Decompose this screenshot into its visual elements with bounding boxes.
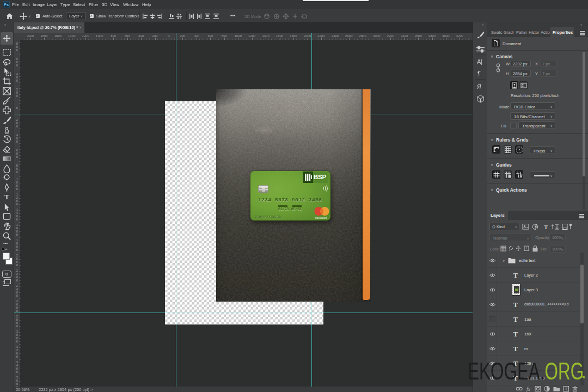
svg-text:fx: fx (526, 387, 531, 392)
svg-text:T: T (544, 224, 548, 230)
svg-text:mastercard: mastercard (315, 217, 327, 219)
